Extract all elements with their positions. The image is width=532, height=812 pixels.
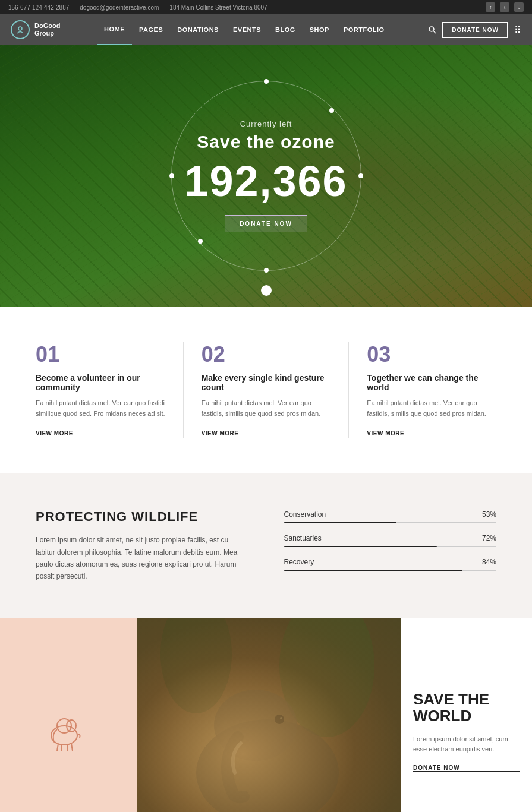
feature-1-title: Become a volunteer in our community	[36, 373, 165, 392]
save-world-donate-link[interactable]: DONATE NOW	[413, 764, 520, 772]
conservation-label: Conservation	[284, 510, 326, 519]
header-actions: DONATE NOW ⠿	[428, 22, 521, 38]
svg-line-9	[71, 744, 73, 751]
save-image-overlay	[137, 618, 401, 812]
donate-button[interactable]: DONATE NOW	[442, 22, 508, 38]
svg-line-2	[434, 31, 436, 34]
hero-section: Currently left Save the ozone 192,366 DO…	[0, 45, 532, 307]
feature-2-num: 02	[202, 342, 331, 367]
recovery-label-row: Recovery 84%	[284, 558, 497, 566]
feature-3-title: Together we can change the world	[367, 373, 496, 392]
features-section: 01 Become a volunteer in our community E…	[0, 307, 532, 473]
conservation-fill	[284, 522, 396, 523]
save-left-panel	[0, 618, 137, 812]
logo-text: DoGood Group	[34, 22, 60, 37]
nav-portfolio[interactable]: PORTFOLIO	[336, 14, 392, 45]
wildlife-desc: Lorem ipsum dolor sit amet, ne sit justo…	[36, 534, 248, 583]
feature-1: 01 Become a volunteer in our community E…	[24, 342, 177, 438]
hero-content: Currently left Save the ozone 192,366 DO…	[184, 119, 347, 232]
wildlife-section: PROTECTING WILDLIFE Lorem ipsum dolor si…	[0, 473, 532, 618]
feature-3: 03 Together we can change the world Ea n…	[355, 342, 508, 438]
hero-title: Save the ozone	[184, 132, 347, 152]
recovery-pct: 84%	[482, 558, 496, 566]
nav-blog[interactable]: BLOG	[268, 14, 303, 45]
elephant-icon	[42, 710, 95, 752]
grid-menu-button[interactable]: ⠿	[514, 24, 521, 36]
hero-donate-button[interactable]: DONATE NOW	[225, 215, 307, 232]
hero-subtitle: Currently left	[184, 119, 347, 128]
hero-number: 192,366	[184, 157, 347, 206]
save-world-title: SAVE THEWORLD	[413, 691, 520, 725]
feature-2-title: Make every single kind gesture count	[202, 373, 331, 392]
wildlife-title: PROTECTING WILDLIFE	[36, 509, 248, 525]
save-right-panel: SAVE THEWORLD Lorem ipsum dolor sit amet…	[401, 618, 532, 812]
nav-shop[interactable]: SHOP	[303, 14, 336, 45]
svg-point-0	[18, 27, 22, 30]
conservation-track	[284, 522, 497, 523]
feature-2-link[interactable]: VIEW MORE	[202, 430, 239, 438]
circle-dot-right	[358, 173, 363, 178]
top-bar: 156-677-124-442-2887 dogood@godeinteract…	[0, 0, 532, 14]
feature-3-num: 03	[367, 342, 496, 367]
recovery-track	[284, 570, 497, 571]
sanctuaries-fill	[284, 546, 437, 547]
circle-dot-bottom	[264, 268, 269, 273]
main-nav: HOME PAGES DONATIONS EVENTS BLOG SHOP PO…	[97, 14, 392, 45]
feature-divider-1	[183, 342, 184, 438]
circle-dot-bl	[198, 239, 203, 244]
sanctuaries-track	[284, 546, 497, 547]
recovery-label: Recovery	[284, 558, 314, 566]
progress-recovery: Recovery 84%	[284, 558, 497, 571]
wildlife-right: Conservation 53% Sanctuaries 72% Recover…	[284, 510, 497, 582]
facebook-icon[interactable]: f	[486, 2, 495, 12]
site-header: DoGood Group HOME PAGES DONATIONS EVENTS…	[0, 14, 532, 45]
feature-1-desc: Ea nihil putant dictas mel. Ver ear quo …	[36, 398, 165, 419]
nav-pages[interactable]: PAGES	[132, 14, 170, 45]
phone: 156-677-124-442-2887	[8, 4, 69, 11]
feature-3-link[interactable]: VIEW MORE	[367, 430, 404, 438]
svg-line-7	[61, 744, 62, 751]
circle-dot-left	[169, 173, 174, 178]
conservation-label-row: Conservation 53%	[284, 510, 497, 519]
svg-line-6	[57, 744, 58, 751]
nav-donations[interactable]: DONATIONS	[170, 14, 226, 45]
feature-2-desc: Ea nihil putant dictas mel. Ver ear quo …	[202, 398, 331, 419]
top-bar-social: f t p	[486, 2, 524, 12]
slider-indicator[interactable]	[261, 285, 272, 296]
save-world-desc: Lorem ipsum dolor sit amet, cum esse ele…	[413, 734, 520, 755]
logo[interactable]: DoGood Group	[11, 20, 60, 39]
address: 184 Main Collins Street Victoria 8007	[169, 4, 267, 11]
recovery-fill	[284, 570, 462, 571]
feature-2: 02 Make every single kind gesture count …	[190, 342, 343, 438]
sanctuaries-label: Sanctuaries	[284, 534, 322, 542]
wildlife-left: PROTECTING WILDLIFE Lorem ipsum dolor si…	[36, 509, 248, 583]
conservation-pct: 53%	[482, 510, 496, 519]
save-elephant-image	[137, 618, 401, 812]
sanctuaries-pct: 72%	[482, 534, 496, 542]
feature-1-link[interactable]: VIEW MORE	[36, 430, 73, 438]
twitter-icon[interactable]: t	[500, 2, 509, 12]
feature-1-num: 01	[36, 342, 165, 367]
top-bar-contact: 156-677-124-442-2887 dogood@godeinteract…	[8, 4, 267, 11]
progress-conservation: Conservation 53%	[284, 510, 497, 523]
feature-3-desc: Ea nihil putant dictas mel. Ver ear quo …	[367, 398, 496, 419]
progress-sanctuaries: Sanctuaries 72%	[284, 534, 497, 547]
search-button[interactable]	[428, 26, 436, 34]
svg-point-1	[429, 27, 434, 31]
circle-dot-top	[264, 79, 269, 84]
nav-home[interactable]: HOME	[97, 14, 132, 45]
logo-icon	[11, 20, 30, 39]
circle-dot-tr	[329, 108, 334, 113]
nav-events[interactable]: EVENTS	[226, 14, 268, 45]
save-world-section: SAVE THEWORLD Lorem ipsum dolor sit amet…	[0, 618, 532, 812]
sanctuaries-label-row: Sanctuaries 72%	[284, 534, 497, 542]
feature-divider-2	[348, 342, 349, 438]
pinterest-icon[interactable]: p	[514, 2, 524, 12]
email: dogood@godeinteractive.com	[80, 4, 159, 11]
